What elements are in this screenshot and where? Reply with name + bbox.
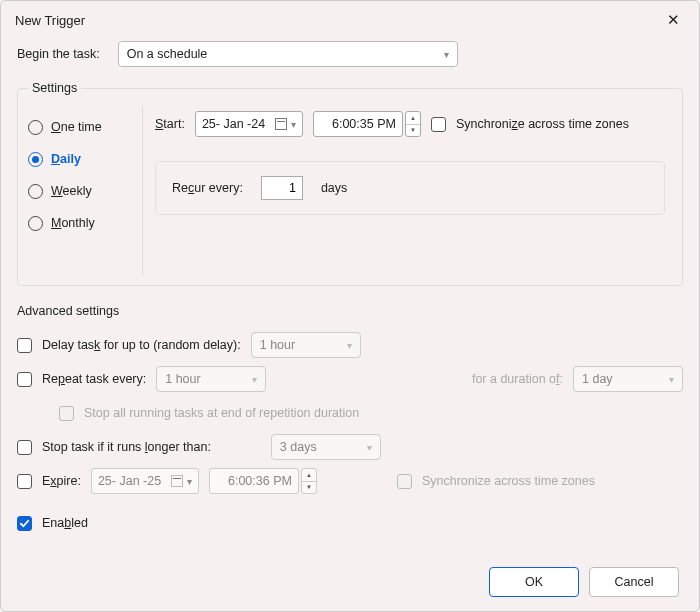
- settings-group: Settings One time Daily Weekly Monthly: [17, 81, 683, 286]
- stop-longer-combo[interactable]: 3 days ▾: [271, 434, 381, 460]
- spinner-down-icon[interactable]: ▼: [406, 125, 420, 137]
- start-date-picker[interactable]: 25- Jan -24 ▾: [195, 111, 303, 137]
- stop-longer-value: 3 days: [280, 440, 317, 454]
- expire-date-value: 25- Jan -25: [98, 474, 161, 488]
- ok-label: OK: [525, 575, 543, 589]
- start-time-picker[interactable]: 6:00:35 PM: [313, 111, 403, 137]
- titlebar: New Trigger ✕: [1, 1, 699, 35]
- radio-onetime[interactable]: One time: [28, 111, 138, 143]
- delay-label: Delay task for up to (random delay):: [42, 338, 241, 352]
- duration-value: 1 day: [582, 372, 613, 386]
- chevron-down-icon: ▾: [444, 49, 449, 60]
- delay-row: Delay task for up to (random delay): 1 h…: [17, 328, 683, 362]
- expire-row: Expire: 25- Jan -25 ▾ 6:00:36 PM ▲ ▼ Syn…: [17, 464, 683, 498]
- advanced-settings-legend: Advanced settings: [17, 304, 683, 318]
- close-button[interactable]: ✕: [659, 9, 687, 31]
- enabled-row: Enabled: [17, 506, 683, 540]
- begin-task-row: Begin the task: On a schedule ▾: [17, 41, 683, 67]
- radio-icon: [28, 216, 43, 231]
- chevron-down-icon: ▾: [252, 374, 257, 385]
- cancel-label: Cancel: [615, 575, 654, 589]
- spinner-down-icon[interactable]: ▼: [302, 482, 316, 494]
- stop-longer-row: Stop task if it runs longer than: 3 days…: [17, 430, 683, 464]
- repeat-checkbox[interactable]: [17, 372, 32, 387]
- repeat-value: 1 hour: [165, 372, 200, 386]
- chevron-down-icon: ▾: [367, 442, 372, 453]
- vertical-divider: [142, 105, 143, 275]
- stop-repetition-label: Stop all running tasks at end of repetit…: [84, 406, 359, 420]
- delay-value: 1 hour: [260, 338, 295, 352]
- expire-sync-label: Synchronize across time zones: [422, 474, 595, 488]
- cancel-button[interactable]: Cancel: [589, 567, 679, 597]
- chevron-down-icon: ▾: [347, 340, 352, 351]
- expire-time-spinner[interactable]: ▲ ▼: [301, 468, 317, 494]
- repeat-label: Repeat task every:: [42, 372, 146, 386]
- recur-label: Recur every:: [172, 181, 243, 195]
- recur-value-input[interactable]: [261, 176, 303, 200]
- stop-repetition-checkbox: [59, 406, 74, 421]
- begin-task-label: Begin the task:: [17, 47, 100, 61]
- expire-label: Expire:: [42, 474, 81, 488]
- calendar-icon: [171, 475, 183, 487]
- stop-repetition-row: Stop all running tasks at end of repetit…: [17, 396, 683, 430]
- chevron-down-icon: ▾: [669, 374, 674, 385]
- sync-tz-label: Synchronize across time zones: [456, 117, 629, 131]
- delay-combo[interactable]: 1 hour ▾: [251, 332, 361, 358]
- delay-checkbox[interactable]: [17, 338, 32, 353]
- close-icon: ✕: [667, 11, 680, 29]
- start-row: Start: 25- Jan -24 ▾ 6:00:35 PM ▲: [155, 111, 668, 137]
- repeat-row: Repeat task every: 1 hour ▾ for a durati…: [17, 362, 683, 396]
- start-date-value: 25- Jan -24: [202, 117, 265, 131]
- radio-daily[interactable]: Daily: [28, 143, 138, 175]
- schedule-radios: One time Daily Weekly Monthly: [28, 105, 138, 239]
- start-time-spinner[interactable]: ▲ ▼: [405, 111, 421, 137]
- begin-task-value: On a schedule: [127, 47, 208, 61]
- expire-sync-checkbox: [397, 474, 412, 489]
- stop-longer-label: Stop task if it runs longer than:: [42, 440, 211, 454]
- begin-task-select[interactable]: On a schedule ▾: [118, 41, 458, 67]
- chevron-down-icon: ▾: [291, 119, 296, 130]
- expire-checkbox[interactable]: [17, 474, 32, 489]
- duration-combo[interactable]: 1 day ▾: [573, 366, 683, 392]
- start-time-value: 6:00:35 PM: [332, 117, 396, 131]
- radio-icon: [28, 120, 43, 135]
- stop-longer-checkbox[interactable]: [17, 440, 32, 455]
- settings-legend: Settings: [28, 81, 81, 95]
- duration-label: for a duration of:: [472, 372, 563, 386]
- enabled-checkbox[interactable]: [17, 516, 32, 531]
- enabled-label: Enabled: [42, 516, 88, 530]
- window-title: New Trigger: [15, 13, 85, 28]
- recur-panel: Recur every: days: [155, 161, 665, 215]
- spinner-up-icon[interactable]: ▲: [406, 112, 420, 125]
- expire-time-value: 6:00:36 PM: [228, 474, 292, 488]
- dialog-footer: OK Cancel: [489, 567, 679, 597]
- radio-label-weekly: Weekly: [51, 184, 92, 198]
- expire-date-picker[interactable]: 25- Jan -25 ▾: [91, 468, 199, 494]
- radio-weekly[interactable]: Weekly: [28, 175, 138, 207]
- radio-label-daily: Daily: [51, 152, 81, 166]
- radio-monthly[interactable]: Monthly: [28, 207, 138, 239]
- recur-unit: days: [321, 181, 347, 195]
- repeat-combo[interactable]: 1 hour ▾: [156, 366, 266, 392]
- radio-icon: [28, 184, 43, 199]
- ok-button[interactable]: OK: [489, 567, 579, 597]
- calendar-icon: [275, 118, 287, 130]
- expire-time-picker[interactable]: 6:00:36 PM: [209, 468, 299, 494]
- sync-tz-checkbox[interactable]: [431, 117, 446, 132]
- chevron-down-icon: ▾: [187, 476, 192, 487]
- start-label: Start:: [155, 117, 185, 131]
- spinner-up-icon[interactable]: ▲: [302, 469, 316, 482]
- radio-label-onetime: One time: [51, 120, 102, 134]
- radio-label-monthly: Monthly: [51, 216, 95, 230]
- radio-icon: [28, 152, 43, 167]
